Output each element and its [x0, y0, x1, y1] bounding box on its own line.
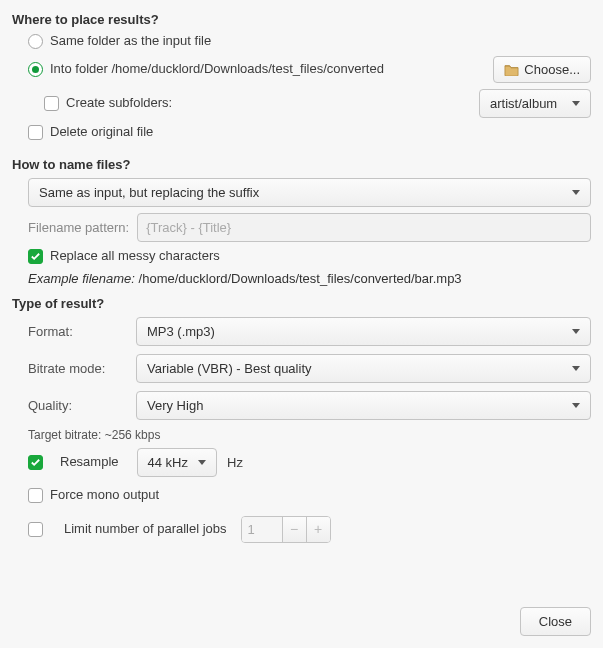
format-value: MP3 (.mp3) [147, 324, 215, 339]
section-place-title: Where to place results? [12, 12, 591, 27]
bitrate-mode-value: Variable (VBR) - Best quality [147, 361, 312, 376]
example-filename-label: Example filename: [28, 271, 135, 286]
radio-into-folder-label: Into folder /home/ducklord/Downloads/tes… [50, 61, 384, 78]
jobs-spinner: − + [241, 516, 331, 543]
quality-value: Very High [147, 398, 203, 413]
format-label: Format: [28, 324, 128, 339]
radio-into-folder-row[interactable]: Into folder /home/ducklord/Downloads/tes… [28, 56, 591, 83]
bitrate-mode-dropdown[interactable]: Variable (VBR) - Best quality [136, 354, 591, 383]
limit-jobs-label: Limit number of parallel jobs [64, 521, 227, 538]
filename-pattern-label: Filename pattern: [28, 220, 129, 235]
replace-messy-row[interactable]: Replace all messy characters [28, 248, 591, 265]
example-filename-value: /home/ducklord/Downloads/test_files/conv… [139, 271, 462, 286]
section-result-title: Type of result? [12, 296, 591, 311]
force-mono-row[interactable]: Force mono output [28, 487, 591, 504]
example-filename: Example filename: /home/ducklord/Downloa… [28, 271, 591, 286]
section-naming-title: How to name files? [12, 157, 591, 172]
radio-same-folder-row[interactable]: Same folder as the input file [28, 33, 591, 50]
close-button[interactable]: Close [520, 607, 591, 636]
naming-mode-row: Same as input, but replacing the suffix [28, 178, 591, 207]
create-subfolders-label: Create subfolders: [66, 95, 172, 112]
resample-checkbox[interactable] [28, 455, 43, 470]
resample-row: Resample 44 kHz Hz [28, 448, 591, 477]
quality-label: Quality: [28, 398, 128, 413]
format-dropdown[interactable]: MP3 (.mp3) [136, 317, 591, 346]
replace-messy-checkbox[interactable] [28, 249, 43, 264]
into-folder-path: /home/ducklord/Downloads/test_files/conv… [111, 61, 383, 76]
delete-original-checkbox[interactable] [28, 125, 43, 140]
resample-dropdown[interactable]: 44 kHz [137, 448, 217, 477]
create-subfolders-row: Create subfolders: artist/album [44, 89, 591, 118]
force-mono-checkbox[interactable] [28, 488, 43, 503]
jobs-input [242, 517, 282, 542]
radio-same-folder-label: Same folder as the input file [50, 33, 211, 50]
filename-pattern-input [137, 213, 591, 242]
radio-same-folder[interactable] [28, 34, 43, 49]
replace-messy-label: Replace all messy characters [50, 248, 220, 265]
close-button-label: Close [539, 614, 572, 629]
target-bitrate-note: Target bitrate: ~256 kbps [28, 428, 591, 442]
create-subfolders-checkbox[interactable] [44, 96, 59, 111]
choose-folder-button[interactable]: Choose... [493, 56, 591, 83]
force-mono-label: Force mono output [50, 487, 159, 504]
subfolder-pattern-value: artist/album [490, 96, 557, 111]
resample-label: Resample [60, 454, 119, 471]
resample-value: 44 kHz [148, 455, 188, 470]
jobs-decrement: − [282, 517, 306, 542]
limit-jobs-row: Limit number of parallel jobs − + [28, 516, 591, 543]
limit-jobs-checkbox[interactable] [28, 522, 43, 537]
radio-into-folder[interactable] [28, 62, 43, 77]
subfolder-pattern-dropdown[interactable]: artist/album [479, 89, 591, 118]
filename-pattern-row: Filename pattern: [28, 213, 591, 242]
into-folder-prefix: Into folder [50, 61, 108, 76]
resample-unit: Hz [227, 455, 243, 470]
bitrate-mode-label: Bitrate mode: [28, 361, 128, 376]
choose-folder-label: Choose... [524, 62, 580, 77]
delete-original-label: Delete original file [50, 124, 153, 141]
delete-original-row[interactable]: Delete original file [28, 124, 591, 141]
naming-mode-value: Same as input, but replacing the suffix [39, 185, 259, 200]
folder-icon [504, 63, 519, 76]
jobs-increment: + [306, 517, 330, 542]
quality-dropdown[interactable]: Very High [136, 391, 591, 420]
naming-mode-dropdown[interactable]: Same as input, but replacing the suffix [28, 178, 591, 207]
